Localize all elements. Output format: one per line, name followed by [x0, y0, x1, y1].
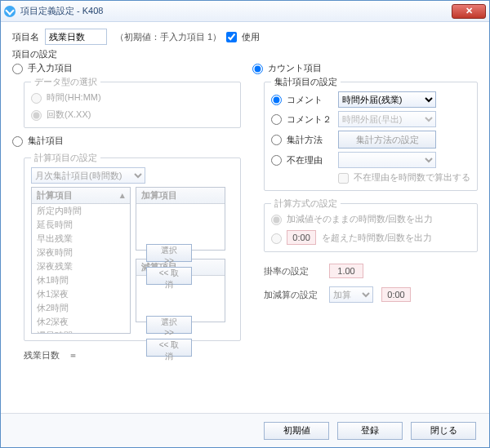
manual-opt-time: 時間(HH:MM): [31, 92, 101, 102]
titlebar: 項目定義設定 - K408 ✕: [1, 1, 489, 22]
list-item: 所定内時間: [32, 204, 130, 218]
close-button[interactable]: ✕: [452, 4, 486, 19]
list-item: 深夜時間: [32, 246, 130, 259]
adj-value: 0:00: [381, 287, 411, 302]
add-cancel-button: << 取消: [146, 267, 192, 285]
list-item: 休2時間: [32, 301, 130, 315]
name-label: 項目名: [12, 31, 45, 43]
reset-button[interactable]: 初期値: [264, 422, 329, 440]
manual-radio[interactable]: 手入力項目: [12, 63, 73, 73]
sel-comment2: 時間外届(早出): [338, 111, 436, 127]
use-checkbox-label[interactable]: 使用: [226, 31, 260, 43]
window-title: 項目定義設定 - K408: [20, 5, 103, 17]
window: 項目定義設定 - K408 ✕ 項目名 （初期値：手入力項目 1） 使用 項目の…: [0, 0, 490, 448]
use-checkbox[interactable]: [226, 32, 237, 42]
adj-select: 加算: [329, 286, 373, 303]
list-item: 早出残業: [32, 232, 130, 246]
opt-absent[interactable]: 不在理由: [271, 154, 338, 166]
rate-value: 1.00: [329, 264, 363, 278]
settings-label: 項目の設定: [12, 48, 478, 60]
count-group: 集計項目の設定 コメント 時間外届(残業) コメント２ 時間外届(早出) 集計方…: [264, 76, 478, 191]
list-item: 休2深夜: [32, 315, 130, 329]
list-item: 休1深夜: [32, 287, 130, 301]
list-item: 休1時間: [32, 273, 130, 287]
count-radio[interactable]: カウント項目: [252, 63, 322, 73]
sum-group: 計算項目の設定 月次集計項目(時間数) 計算項目▴ 所定内時間延長時間早出残業深…: [24, 152, 241, 341]
sub-select-button: 選択 >>: [146, 316, 192, 334]
sel-absent: [338, 152, 436, 168]
over-value: 0:00: [287, 230, 316, 245]
opt-comment[interactable]: コメント: [271, 94, 338, 106]
dialog-body: 項目名 （初期値：手入力項目 1） 使用 項目の設定 手入力項目 データ型の選択…: [1, 22, 489, 413]
count-group-legend: 集計項目の設定: [271, 76, 341, 88]
footer: 初期値 登録 閉じる: [1, 413, 489, 447]
add-select-button: 選択 >>: [146, 244, 192, 262]
formula-eq: ＝: [69, 350, 78, 360]
rate-label: 掛率の設定: [264, 265, 329, 277]
calc-method-group: 計算方式の設定 加減値そのままの時間数/回数を出力 0:00 を超えた時間数/回…: [264, 197, 478, 252]
btn-method: 集計方法の設定: [338, 131, 436, 149]
add-item-list: 加算項目: [136, 187, 225, 251]
adj-label: 加減算の設定: [264, 289, 329, 301]
formula-name: 残業日数: [24, 350, 60, 360]
sub-cancel-button: << 取消: [146, 339, 192, 357]
calc-opt-raw: 加減値そのままの時間数/回数を出力: [271, 214, 433, 224]
app-icon: [4, 6, 16, 17]
register-button[interactable]: 登録: [337, 422, 403, 440]
sort-icon: ▴: [120, 190, 125, 201]
manual-opt-count: 回数(X.XX): [31, 109, 91, 119]
opt-method[interactable]: 集計方法: [271, 134, 338, 146]
manual-group-legend: データ型の選択: [31, 76, 100, 88]
list-item: 遅早時間: [32, 329, 130, 334]
calc-opt-over: 0:00 を超えた時間数/回数を出力: [271, 233, 432, 242]
name-input[interactable]: [45, 29, 107, 45]
sum-group-legend: 計算項目の設定: [31, 152, 100, 164]
calc-method-legend: 計算方式の設定: [271, 197, 341, 210]
initial-value-label: （初期値：手入力項目 1）: [115, 31, 221, 43]
sel-comment[interactable]: 時間外届(残業): [338, 91, 436, 108]
sum-radio[interactable]: 集計項目: [12, 135, 64, 145]
manual-group: データ型の選択 時間(HH:MM) 回数(X.XX): [24, 76, 241, 128]
sum-dropdown: 月次集計項目(時間数): [31, 167, 145, 184]
opt-comment2[interactable]: コメント２: [271, 113, 338, 126]
calc-item-list: 計算項目▴ 所定内時間延長時間早出残業深夜時間深夜残業休1時間休1深夜休2時間休…: [31, 187, 131, 334]
chk-absent: 不在理由を時間数で算出する: [338, 172, 470, 182]
list-item: 深夜残業: [32, 259, 130, 273]
list-item: 延長時間: [32, 218, 130, 232]
close-dialog-button[interactable]: 閉じる: [411, 422, 476, 440]
